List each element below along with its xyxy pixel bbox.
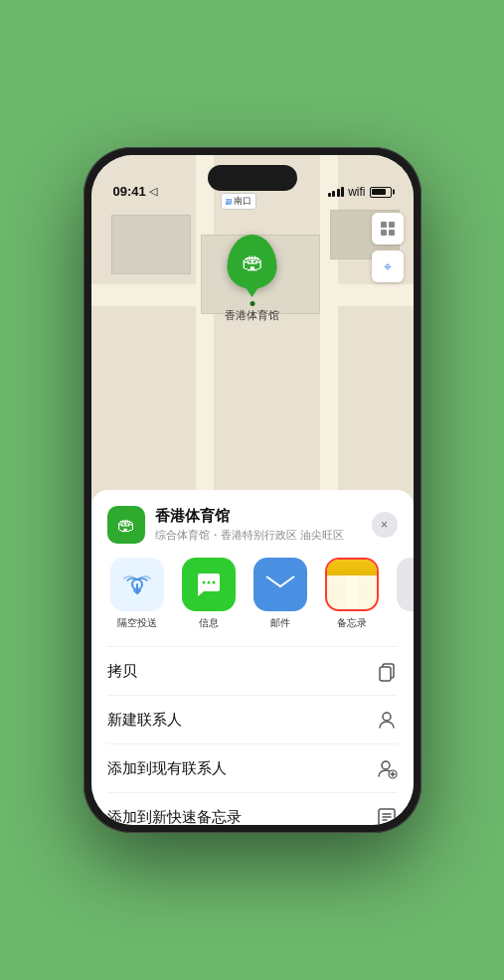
new-contact-icon xyxy=(376,709,398,731)
signal-bars xyxy=(328,187,345,197)
stadium-name-label: 香港体育馆 xyxy=(225,308,279,323)
add-contact-label: 添加到现有联系人 xyxy=(107,759,227,778)
stadium-marker: 🏟 香港体育馆 xyxy=(225,235,279,323)
status-time: 09:41 xyxy=(113,184,146,199)
map-area[interactable]: 地 南口 ⌖ 🏟 xyxy=(91,155,414,544)
stadium-pin: 🏟 xyxy=(228,235,277,289)
svg-rect-9 xyxy=(266,573,294,595)
status-icons: wifi xyxy=(328,185,392,199)
airdrop-icon-wrap xyxy=(110,558,164,611)
map-road-vertical-1 xyxy=(196,155,214,544)
battery-icon xyxy=(370,187,392,198)
share-item-messages[interactable]: 信息 xyxy=(179,558,239,630)
dynamic-island xyxy=(208,165,297,191)
svg-rect-2 xyxy=(381,230,387,236)
messages-label: 信息 xyxy=(199,616,219,630)
share-item-notes[interactable]: 备忘录 xyxy=(322,558,382,630)
location-icon: ◁ xyxy=(149,185,157,198)
map-background xyxy=(91,155,414,544)
svg-rect-11 xyxy=(380,667,391,681)
notes-header xyxy=(327,560,377,575)
phone-screen: 09:41 ◁ wifi xyxy=(91,155,414,825)
quick-note-label: 添加到新快速备忘录 xyxy=(107,808,242,826)
stadium-icon: 🏟 xyxy=(242,249,263,275)
battery-fill xyxy=(372,189,386,195)
map-type-button[interactable] xyxy=(372,213,404,245)
copy-icon xyxy=(376,660,398,682)
venue-subtitle: 综合体育馆・香港特别行政区 油尖旺区 xyxy=(155,528,372,543)
svg-point-12 xyxy=(383,713,391,721)
signal-bar-1 xyxy=(328,193,331,197)
compass-icon: ⌖ xyxy=(384,258,392,275)
svg-rect-1 xyxy=(389,222,395,228)
notes-icon-wrap xyxy=(325,558,379,611)
add-contact-icon xyxy=(376,757,398,779)
share-item-mail[interactable]: 邮件 xyxy=(251,558,310,630)
airdrop-label: 隔空投送 xyxy=(117,616,157,630)
svg-point-7 xyxy=(207,581,210,584)
quick-note-icon xyxy=(376,806,398,825)
location-button[interactable]: ⌖ xyxy=(372,250,404,282)
close-button[interactable]: × xyxy=(372,512,398,538)
copy-label: 拷贝 xyxy=(107,662,137,681)
venue-icon: 🏟 xyxy=(107,506,145,544)
notes-body xyxy=(347,575,357,609)
notes-label: 备忘录 xyxy=(337,616,367,630)
venue-info: 香港体育馆 综合体育馆・香港特别行政区 油尖旺区 xyxy=(155,507,372,543)
svg-point-8 xyxy=(212,581,215,584)
action-list: 拷贝 新建联系人 添加到现有联系人 xyxy=(107,646,398,825)
map-controls: ⌖ xyxy=(372,213,404,288)
svg-point-6 xyxy=(202,581,205,584)
svg-rect-3 xyxy=(389,230,395,236)
mail-icon-wrap xyxy=(253,558,307,611)
signal-bar-3 xyxy=(337,189,340,197)
phone-frame: 09:41 ◁ wifi xyxy=(84,147,421,833)
stadium-dot xyxy=(250,301,254,306)
share-row: 隔空投送 信息 xyxy=(107,558,398,630)
action-row-quick-note[interactable]: 添加到新快速备忘录 xyxy=(107,793,398,825)
new-contact-label: 新建联系人 xyxy=(107,711,182,730)
sheet-header: 🏟 香港体育馆 综合体育馆・香港特别行政区 油尖旺区 × xyxy=(107,506,398,544)
mail-label: 邮件 xyxy=(270,616,290,630)
svg-rect-0 xyxy=(381,222,387,228)
more-icon-wrap xyxy=(397,558,414,611)
action-row-add-contact[interactable]: 添加到现有联系人 xyxy=(107,744,398,793)
action-row-copy[interactable]: 拷贝 xyxy=(107,647,398,696)
signal-bar-2 xyxy=(332,191,335,197)
venue-name: 香港体育馆 xyxy=(155,507,372,526)
messages-icon-wrap xyxy=(182,558,236,611)
svg-point-13 xyxy=(382,761,390,769)
signal-bar-4 xyxy=(341,187,344,197)
bottom-sheet: 🏟 香港体育馆 综合体育馆・香港特别行政区 油尖旺区 × xyxy=(91,490,414,825)
wifi-icon: wifi xyxy=(348,185,365,199)
action-row-new-contact[interactable]: 新建联系人 xyxy=(107,696,398,744)
share-item-airdrop[interactable]: 隔空投送 xyxy=(107,558,167,630)
share-item-more[interactable]: 推 xyxy=(394,558,414,630)
map-block-1 xyxy=(111,215,191,274)
